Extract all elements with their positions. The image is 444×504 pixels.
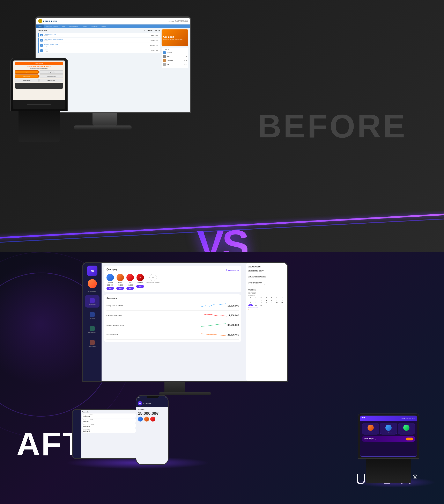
old-nav-delegation[interactable]: Delegation — [89, 24, 100, 28]
old-bank-header: DUBLIN BANK Mr Keith Holmes - Gold Last … — [36, 18, 190, 24]
tablet-sidebar — [72, 410, 81, 458]
calendar-month: MAY 2017 — [248, 292, 285, 294]
before-label: BEFORE — [257, 107, 407, 145]
before-section: BEFORE DUBLIN BANK Mr Keith Holmes - Gol… — [0, 0, 444, 252]
phone-notch — [147, 396, 159, 398]
old-kiosk-item-2[interactable]: Top-up Mobiles — [39, 70, 63, 74]
cal-d-4: 3 — [264, 299, 269, 301]
new-sidebar-item-products[interactable]: Bank Products — [85, 337, 100, 349]
contact-avatar-mother — [117, 274, 124, 281]
contact-avatar-vodafone: V — [137, 274, 144, 281]
new-user-name: Amanda Miller — [88, 291, 96, 292]
old-bank-user-sub: Last Login: Tue 21st Gold Customer — [168, 21, 188, 22]
cards-icon — [90, 312, 95, 317]
old-nav-correspondence[interactable]: Correspondence — [67, 24, 80, 28]
new-sidebar-item-cards[interactable]: My cards — [85, 309, 100, 322]
calendar-event-2: Insurance payment — [248, 309, 285, 310]
new-account-name-3: Savings account **3449 — [106, 324, 200, 326]
old-kiosk-item-4[interactable]: Balance/Statement — [39, 74, 63, 78]
old-kiosk-stand — [18, 111, 60, 142]
old-account-amounts: € 1,747.16 cr — [151, 35, 158, 36]
cal-d-19: 19 — [254, 304, 258, 306]
old-nav-payments[interactable]: Payments & Transfers — [44, 24, 60, 28]
old-account-row-4: v VIS AL ****6445 € 180,118.45 cr — [38, 48, 160, 53]
old-monitor-base — [74, 126, 132, 130]
new-kiosk-option-deposit[interactable]: Deposit money — [398, 423, 415, 434]
new-bank-logo: YB — [87, 266, 97, 276]
new-kiosk-apply-btn[interactable]: APPLY — [406, 438, 413, 440]
send-vodafone-btn[interactable]: Add — [136, 285, 144, 288]
old-qf-amount-3: 25.00 — [181, 60, 187, 61]
old-account-toggle-4[interactable]: v — [40, 49, 43, 52]
old-bank-logo: DUBLIN BANK — [38, 19, 57, 23]
new-kiosk: YB Friday, March 3, 2017 Cash-out Top-up… — [358, 414, 427, 484]
cal-d-20: 20 — [259, 304, 264, 306]
new-account-balance-2: 1,500.00€ — [229, 314, 239, 317]
contact-amount-mother: 50.00€ — [118, 284, 122, 286]
deposit-label: Deposit money — [399, 431, 414, 433]
send-husband-btn[interactable]: Add — [106, 287, 114, 290]
new-sidebar-item-payment[interactable]: Payment centre — [85, 323, 100, 336]
old-account-row-2: v MY CURRENT ACCOUNT TODAY ****3001 € 10… — [38, 38, 160, 43]
tablet-account-2: Credit account **5557 1,500.00€ — [82, 418, 136, 423]
new-account-row-1: Salary account **1234 15,000.00€ — [106, 301, 239, 311]
old-account-toggle-2[interactable]: v — [40, 39, 43, 42]
bank-logo-text: DUBLIN BANK — [43, 20, 57, 22]
contact-add-new[interactable]: + Add new quick payment — [146, 274, 159, 283]
accounts-icon — [90, 298, 95, 303]
old-account-toggle-3[interactable]: v — [40, 44, 43, 47]
old-kiosk-item-3[interactable]: Transfer Money — [15, 74, 39, 78]
new-account-info-2: Credit account **5557 — [106, 315, 201, 316]
old-nav-settings[interactable]: Settings — [100, 24, 108, 28]
cal-d-today: 18 — [248, 304, 253, 306]
phone-signal: ●●● — [164, 397, 166, 398]
add-contact-btn[interactable]: + — [149, 274, 157, 281]
old-kiosk-item-5[interactable]: Other Accounts — [15, 79, 39, 82]
old-kiosk-select-text: Please select the required service — [15, 68, 63, 69]
new-kiosk-logo: YB — [362, 417, 365, 419]
payment-icon — [90, 326, 95, 331]
new-account-balance-1: 15,000.00€ — [228, 305, 239, 307]
old-account-num-3: ****2154 — [44, 45, 149, 47]
activity-item-1-title: VivaMoney loli is ready — [248, 270, 285, 271]
old-kiosk-printer — [13, 100, 65, 109]
old-kiosk-item-1[interactable]: Pay Bills — [15, 70, 39, 74]
bank-logo-icon — [38, 19, 42, 23]
send-jane-btn[interactable]: Add — [126, 287, 134, 290]
new-sidebar-item-accounts[interactable]: My accounts — [85, 295, 100, 307]
new-phone: 9:41 ●●● YB YOUR BANK Accounts 15,000.00… — [136, 395, 173, 473]
transfer-money-link[interactable]: Transfer money — [226, 269, 239, 271]
old-nav-products[interactable]: Products — [80, 24, 89, 28]
new-sidebar-accounts-label: My accounts — [89, 304, 96, 305]
new-accounts-title: Accounts — [106, 297, 239, 299]
old-avatar-2 — [163, 55, 166, 58]
old-nav-cards[interactable]: Cards — [60, 24, 67, 28]
contact-avatar-husband — [106, 274, 114, 281]
contact-mother: Mother 50.00€ Add — [116, 274, 124, 290]
quick-pay-section: Quick pay Transfer money Husband 100.00€… — [104, 266, 241, 292]
old-account-toggle[interactable]: v — [40, 34, 43, 36]
activity-item-2-desc: Your credit application approved — [248, 277, 285, 278]
old-account-amount-2: € 100,199.68 cr — [150, 40, 158, 41]
new-kiosk-option-cash[interactable]: Cash-out — [362, 423, 379, 434]
old-avatar-1 — [163, 51, 166, 54]
send-mother-btn[interactable]: Add — [116, 287, 124, 290]
old-qf-name-4: iban — [167, 64, 180, 65]
cal-day-1: M — [248, 297, 253, 299]
old-kiosk-item-6[interactable]: Customer Profile — [39, 79, 63, 82]
old-car-loan-ad: Car Loan 5% APR for the first 5 years — [162, 29, 188, 46]
new-account-balance-4: 25,900.45€ — [228, 333, 239, 336]
new-kiosk-option-top[interactable]: Top-up cash — [380, 423, 397, 434]
activity-item-3-title: Today is Happy day! — [248, 282, 285, 283]
after-section: AFTER U✕D A® YB Amanda Miller My account… — [0, 252, 444, 504]
old-qf-name-3: Lauranadir — [167, 60, 180, 61]
cal-d-5: 4 — [269, 299, 274, 301]
tablet-screen: Accounts Salary account **1234 15,000.00… — [72, 410, 137, 458]
tablet-acc-bal-4: 25,900.00€ — [83, 430, 135, 432]
old-account-num: ****5686 — [44, 35, 150, 36]
old-monitor-stand — [92, 113, 117, 126]
activity-item-1: VivaMoney loli is ready New application … — [248, 270, 285, 274]
old-car-loan-rate: 5% APR for the first 5 years — [163, 38, 187, 40]
old-kiosk-header-bar: Local Help card — [15, 62, 63, 65]
old-nav-home[interactable]: Home — [36, 24, 44, 28]
